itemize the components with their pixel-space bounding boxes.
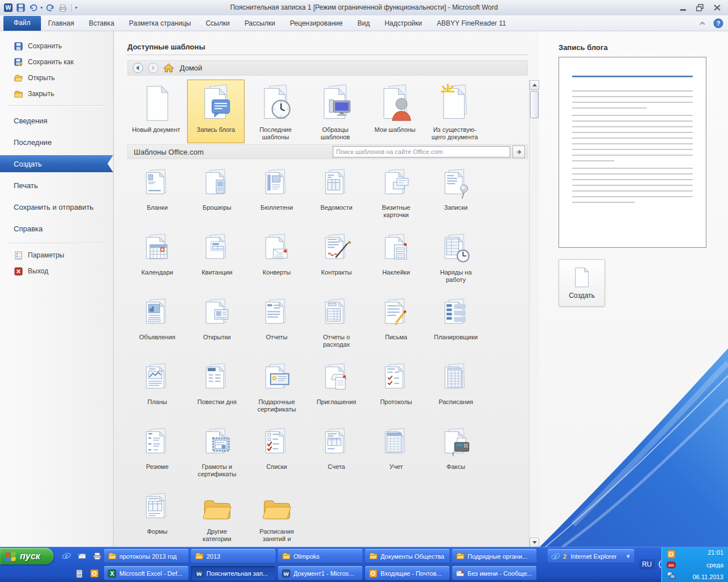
forward-icon[interactable] (148, 63, 159, 73)
restore-icon[interactable] (694, 3, 706, 13)
template-category-plans[interactable]: Планы (127, 358, 187, 423)
sidebar-item-new[interactable]: Создать (0, 155, 113, 172)
template-category-brochures[interactable]: Брошюры (187, 164, 247, 228)
qat-customize-icon[interactable]: ▾ (75, 5, 77, 10)
quick-launch-printer-icon[interactable] (92, 551, 102, 561)
close-icon[interactable] (711, 3, 723, 13)
taskbar-button-outlook-inbox[interactable]: OВходящие - Почтов... (365, 566, 449, 580)
tab-file[interactable]: Файл (3, 16, 41, 31)
quick-launch-internet-explorer-icon[interactable]: e (61, 551, 72, 561)
tray-outlook-reminder-icon[interactable]: O (667, 550, 676, 559)
template-category-planners[interactable]: Планировщики (426, 293, 486, 358)
word-logo-icon[interactable]: W (3, 3, 13, 13)
template-category-schedules[interactable]: Расписания (426, 358, 486, 423)
sidebar-item-save-send[interactable]: Сохранить и отправить (0, 196, 113, 218)
tab-mailings[interactable]: Рассылки (237, 16, 283, 31)
template-tile-my-templates[interactable]: Мои шаблоны (366, 80, 424, 143)
template-category-newsletters[interactable]: Бюллетени (247, 164, 307, 228)
quick-launch-calculator-icon[interactable] (74, 568, 84, 579)
template-category-expense-reports[interactable]: Отчеты о расходах (307, 293, 366, 358)
template-category-envelopes[interactable]: Конверты (247, 228, 307, 293)
help-icon[interactable]: ? (713, 18, 723, 28)
sidebar-command-close[interactable]: Закрыть (0, 86, 113, 102)
template-category-class-schedules[interactable]: Расписания занятий и (247, 488, 307, 547)
template-category-faxes[interactable]: Факсы (426, 423, 486, 488)
taskbar-button-mail-message[interactable]: Без имени - Сообще... (452, 566, 536, 580)
template-category-resumes[interactable]: Резюме (127, 423, 187, 488)
tab-abbyy[interactable]: ABBYY FineReader 11 (429, 16, 514, 31)
vertical-scrollbar[interactable] (529, 80, 539, 547)
sidebar-command-save-as[interactable]: Сохранить как (0, 54, 113, 70)
template-category-accounting[interactable]: Учет (366, 423, 426, 488)
tab-review[interactable]: Рецензирование (283, 16, 350, 31)
taskbar-button-folder-olimpoks[interactable]: Olimpoks (278, 549, 362, 563)
print-preview-icon[interactable] (57, 3, 68, 13)
language-indicator[interactable]: RU (639, 559, 655, 569)
back-icon[interactable] (133, 63, 143, 73)
template-category-statements[interactable]: Ведомости (307, 164, 366, 228)
sidebar-item-print[interactable]: Печать (0, 174, 113, 196)
tray-network-icon[interactable] (667, 571, 676, 580)
template-tile-from-existing[interactable]: Из существую- щего документа (426, 80, 483, 143)
template-category-letters[interactable]: Письма (366, 293, 426, 358)
template-tile-recent-templates[interactable]: Последние шаблоны (247, 80, 304, 143)
create-button[interactable]: Создать (559, 259, 605, 307)
template-category-calendars[interactable]: Календари (127, 228, 187, 293)
template-tile-sample-templates[interactable]: Образцы шаблонов (307, 80, 364, 143)
tab-page-layout[interactable]: Разметка страницы (122, 16, 198, 31)
start-button[interactable]: пуск (0, 548, 53, 564)
template-category-work-orders[interactable]: Наряды на работу (426, 228, 486, 293)
home-icon[interactable] (163, 63, 174, 73)
template-category-more-categories[interactable]: Другие категории (187, 488, 247, 547)
sidebar-item-options[interactable]: Параметры (0, 247, 113, 263)
template-category-diplomas[interactable]: Грамоты и сертификаты (187, 423, 247, 488)
taskbar-button-word-window-2[interactable]: WДокумент1 - Micros... (278, 566, 362, 580)
template-category-flyers[interactable]: Объявления (127, 293, 187, 358)
scroll-up-button[interactable] (530, 80, 539, 90)
sidebar-item-info[interactable]: Сведения (0, 110, 113, 131)
template-category-receipts[interactable]: Квитанции (187, 228, 247, 293)
template-category-agendas[interactable]: Повестки дня (187, 358, 247, 423)
taskbar-button-excel-window[interactable]: XMicrosoft Excel - Def... (104, 566, 188, 580)
template-category-lists[interactable]: Списки (247, 423, 307, 488)
template-category-forms[interactable]: Формы (127, 488, 187, 547)
quick-launch-outlook-icon[interactable]: O (89, 568, 100, 579)
template-tile-new-document[interactable]: Новый документ (127, 80, 185, 143)
template-search-input[interactable] (333, 146, 510, 157)
taskbar-button-folder-protokoly-2013[interactable]: протоколы 2013 год (104, 549, 188, 563)
template-category-labels[interactable]: Наклейки (366, 228, 426, 293)
ie-group-button[interactable]: e 2 Internet Explorer ▼ (548, 549, 634, 563)
redo-icon[interactable] (45, 3, 55, 13)
taskbar-button-word-window-active[interactable]: WПояснительная зап... (191, 566, 275, 580)
sidebar-item-exit[interactable]: Выход (0, 263, 113, 279)
taskbar-button-folder-documents-obshestva[interactable]: Документы Общества (365, 549, 449, 563)
search-go-button[interactable] (512, 146, 525, 158)
save-icon[interactable] (15, 3, 26, 13)
tab-home[interactable]: Главная (41, 16, 82, 31)
template-category-memos[interactable]: Записки (426, 164, 486, 228)
sidebar-item-recent[interactable]: Последние (0, 131, 113, 153)
tray-ati-icon[interactable]: ATI (667, 560, 676, 569)
sidebar-command-open[interactable]: Открыть (0, 70, 113, 86)
taskbar-button-folder-2013[interactable]: 2013 (191, 549, 275, 563)
tab-addins[interactable]: Надстройки (377, 16, 429, 31)
template-category-letterheads[interactable]: Бланки (127, 164, 187, 228)
scroll-down-button[interactable] (530, 538, 539, 547)
tab-references[interactable]: Ссылки (198, 16, 237, 31)
template-category-invoices[interactable]: Счета (307, 423, 366, 488)
template-category-business-cards[interactable]: Визитные карточки (366, 164, 426, 228)
template-category-gift-certificates[interactable]: Подарочные сертификаты (247, 358, 307, 423)
template-category-postcards[interactable]: Открытки (187, 293, 247, 358)
scrollbar-thumb[interactable] (530, 91, 539, 118)
undo-dropdown-icon[interactable]: ▾ (40, 5, 43, 10)
undo-icon[interactable] (28, 3, 38, 13)
sidebar-command-save[interactable]: Сохранить (0, 38, 113, 54)
tab-insert[interactable]: Вставка (81, 16, 122, 31)
template-tile-blog-post[interactable]: Запись блога (187, 80, 245, 143)
sidebar-item-help[interactable]: Справка (0, 218, 113, 239)
template-category-minutes[interactable]: Протоколы (366, 358, 426, 423)
taskbar-button-folder-podryadnye[interactable]: Подрядные органи... (452, 549, 536, 563)
template-category-contracts[interactable]: Контракты (307, 228, 366, 293)
minimize-icon[interactable] (677, 3, 689, 13)
template-category-reports[interactable]: Отчеты (247, 293, 307, 358)
